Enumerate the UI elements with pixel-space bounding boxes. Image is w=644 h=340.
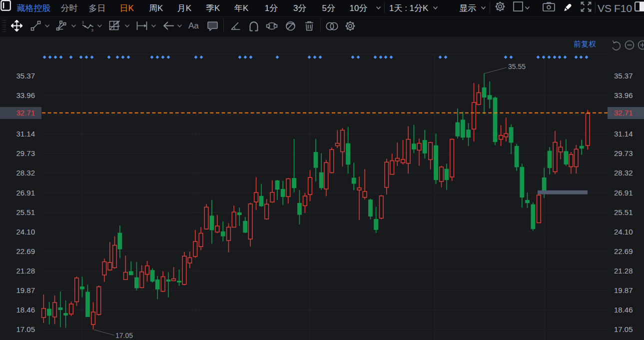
svg-text:17.05: 17.05 xyxy=(16,325,35,334)
svg-text:18.46: 18.46 xyxy=(16,306,35,314)
svg-text:31.14: 31.14 xyxy=(614,130,633,138)
svg-text:19.87: 19.87 xyxy=(614,286,633,294)
svg-text:22.69: 22.69 xyxy=(614,247,633,256)
svg-text:24.10: 24.10 xyxy=(16,228,35,236)
svg-text:33.96: 33.96 xyxy=(614,91,633,100)
svg-text:26.91: 26.91 xyxy=(16,188,35,197)
svg-text:前复权: 前复权 xyxy=(574,40,596,48)
svg-text:26.91: 26.91 xyxy=(614,188,633,197)
svg-text:35.37: 35.37 xyxy=(614,72,633,80)
svg-text:29.73: 29.73 xyxy=(16,149,35,158)
svg-text:31.14: 31.14 xyxy=(16,130,35,138)
svg-text:25.51: 25.51 xyxy=(614,208,633,216)
svg-text:35.55: 35.55 xyxy=(508,62,526,70)
svg-text:25.51: 25.51 xyxy=(16,208,35,216)
svg-text:33.96: 33.96 xyxy=(16,91,35,100)
svg-text:21.28: 21.28 xyxy=(16,266,35,275)
svg-text:17.05: 17.05 xyxy=(614,325,633,334)
svg-text:24.10: 24.10 xyxy=(614,228,633,236)
svg-text:19.87: 19.87 xyxy=(16,286,35,294)
svg-text:28.32: 28.32 xyxy=(16,168,35,177)
svg-text:18.46: 18.46 xyxy=(614,306,633,314)
svg-text:32.71: 32.71 xyxy=(16,108,35,117)
svg-text:21.28: 21.28 xyxy=(614,266,633,275)
svg-text:22.69: 22.69 xyxy=(16,247,35,256)
svg-text:17.05: 17.05 xyxy=(115,332,133,340)
svg-text:32.71: 32.71 xyxy=(614,108,633,117)
svg-text:29.73: 29.73 xyxy=(614,149,633,158)
svg-text:28.32: 28.32 xyxy=(614,168,633,177)
svg-text:35.37: 35.37 xyxy=(16,72,35,80)
